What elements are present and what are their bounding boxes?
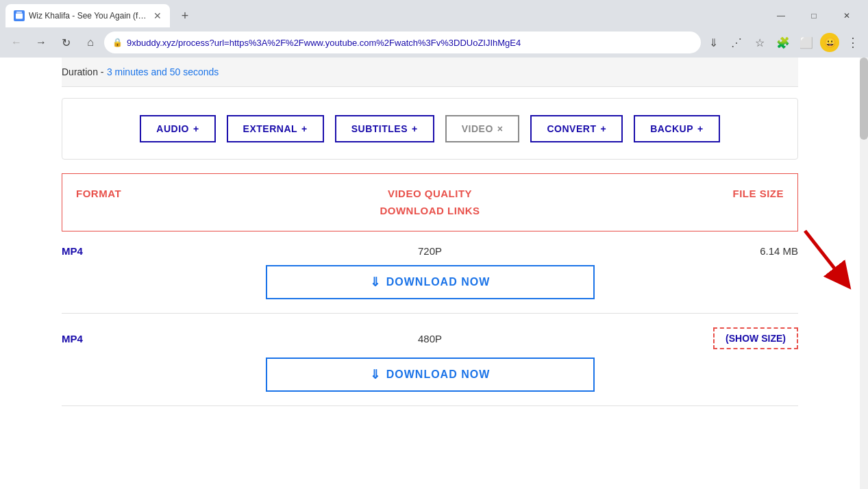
download-icon-1: ⇓ (370, 275, 381, 290)
tab-favicon (14, 10, 25, 21)
subtitles-tab-icon: + (412, 123, 418, 134)
profile-button[interactable]: 😀 (820, 33, 839, 52)
svg-line-3 (805, 231, 843, 279)
external-tab[interactable]: EXTERNAL + (227, 115, 324, 142)
download-row-1-info: MP4 720P 6.14 MB (62, 245, 798, 257)
bookmark-button[interactable]: ☆ (750, 33, 769, 52)
backup-tab-icon: + (697, 123, 704, 134)
show-size-label: (SHOW SIZE) (726, 333, 786, 344)
share-button[interactable]: ⋰ (727, 33, 746, 52)
duration-bar: Duration - 3 minutes and 50 seconds (62, 58, 798, 87)
lock-icon: 🔒 (112, 38, 123, 47)
download-now-label-2: DOWNLOAD NOW (386, 368, 491, 381)
subtitles-tab[interactable]: SUBTITLES + (335, 115, 434, 142)
forward-button[interactable]: → (30, 32, 52, 53)
table-header-row: FORMAT VIDEO QUALITY FILE SIZE (76, 188, 784, 199)
backup-tab-label: BACKUP (650, 123, 693, 134)
tab-buttons-section: AUDIO + EXTERNAL + SUBTITLES + VIDEO × C… (62, 98, 798, 160)
row-2-filesize-container: (SHOW SIZE) (661, 327, 798, 349)
download-row-2: MP4 480P (SHOW SIZE) ⇓ DOWNLOAD NOW (62, 314, 798, 406)
audio-tab-icon: + (193, 123, 199, 134)
convert-tab[interactable]: CONVERT + (530, 115, 623, 142)
convert-tab-icon: + (600, 123, 606, 134)
back-button[interactable]: ← (5, 32, 27, 53)
video-tab-label: VIDEO (462, 123, 493, 134)
row-1-quality: 720P (199, 245, 661, 257)
address-bar-actions: ⇓ ⋰ ☆ 🧩 ⬜ 😀 ⋮ (704, 33, 863, 52)
scrollbar-thumb[interactable] (860, 58, 868, 140)
download-row-1: MP4 720P 6.14 MB ⇓ DOWNLOAD NOW (62, 231, 798, 314)
download-now-button-2[interactable]: ⇓ DOWNLOAD NOW (266, 358, 595, 392)
external-tab-icon: + (301, 123, 308, 134)
subtitles-tab-label: SUBTITLES (351, 123, 408, 134)
extensions-button[interactable]: 🧩 (773, 33, 793, 52)
reload-button[interactable]: ↻ (55, 32, 77, 53)
tab-close-button[interactable]: ✕ (153, 10, 162, 21)
title-bar: Wiz Khalifa - See You Again (feat ✕ + — … (0, 0, 868, 27)
menu-button[interactable]: ⋮ (843, 33, 863, 52)
download-now-button-1[interactable]: ⇓ DOWNLOAD NOW (266, 265, 595, 299)
tab-title: Wiz Khalifa - See You Again (feat (29, 11, 148, 21)
backup-tab[interactable]: BACKUP + (634, 115, 720, 142)
url-text: 9xbuddy.xyz/process?url=https%3A%2F%2Fww… (127, 38, 693, 48)
audio-tab-label: AUDIO (156, 123, 189, 134)
download-page-button[interactable]: ⇓ (704, 33, 723, 52)
address-bar[interactable]: 🔒 9xbuddy.xyz/process?url=https%3A%2F%2F… (104, 32, 701, 53)
close-button[interactable]: ✕ (831, 5, 863, 27)
download-row-2-info: MP4 480P (SHOW SIZE) (62, 327, 798, 349)
new-tab-button[interactable]: + (175, 6, 195, 25)
download-btn-2-container: ⇓ DOWNLOAD NOW (62, 358, 798, 392)
home-button[interactable]: ⌂ (79, 32, 101, 53)
minimize-button[interactable]: — (765, 5, 797, 27)
row-1-filesize: 6.14 MB (661, 245, 798, 257)
download-now-label-1: DOWNLOAD NOW (386, 276, 491, 288)
table-header: FORMAT VIDEO QUALITY FILE SIZE DOWNLOAD … (62, 173, 798, 231)
red-arrow-annotation (784, 224, 868, 299)
audio-tab[interactable]: AUDIO + (140, 115, 215, 142)
quality-column-header: VIDEO QUALITY (213, 188, 647, 199)
show-size-button[interactable]: (SHOW SIZE) (713, 327, 798, 349)
duration-label: Duration - (62, 66, 103, 77)
filesize-column-header: FILE SIZE (647, 188, 784, 199)
svg-rect-1 (16, 14, 23, 19)
active-tab[interactable]: Wiz Khalifa - See You Again (feat ✕ (5, 4, 170, 27)
maximize-button[interactable]: □ (798, 5, 830, 27)
browser-chrome: Wiz Khalifa - See You Again (feat ✕ + — … (0, 0, 868, 58)
video-tab[interactable]: VIDEO × (445, 115, 520, 142)
svg-rect-0 (16, 12, 22, 13)
download-links-header: DOWNLOAD LINKS (76, 205, 784, 217)
row-2-quality: 480P (199, 333, 661, 344)
external-tab-label: EXTERNAL (243, 123, 297, 134)
convert-tab-label: CONVERT (547, 123, 596, 134)
content-area: Duration - 3 minutes and 50 seconds AUDI… (0, 58, 860, 406)
window-controls: — □ ✕ (765, 5, 863, 27)
scrollbar[interactable] (860, 58, 868, 489)
download-links-label: DOWNLOAD LINKS (380, 205, 480, 216)
row-2-format: MP4 (62, 333, 199, 344)
format-column-header: FORMAT (76, 188, 213, 199)
row-1-format: MP4 (62, 245, 199, 257)
address-bar-row: ← → ↻ ⌂ 🔒 9xbuddy.xyz/process?url=https%… (0, 27, 868, 58)
tab-bar: Wiz Khalifa - See You Again (feat ✕ + (5, 4, 195, 27)
download-btn-1-container: ⇓ DOWNLOAD NOW (62, 265, 798, 299)
split-view-button[interactable]: ⬜ (797, 33, 816, 52)
download-icon-2: ⇓ (370, 367, 381, 382)
duration-value: 3 minutes and 50 seconds (107, 66, 219, 77)
page-content: Duration - 3 minutes and 50 seconds AUDI… (0, 58, 868, 489)
video-tab-icon: × (497, 123, 504, 134)
